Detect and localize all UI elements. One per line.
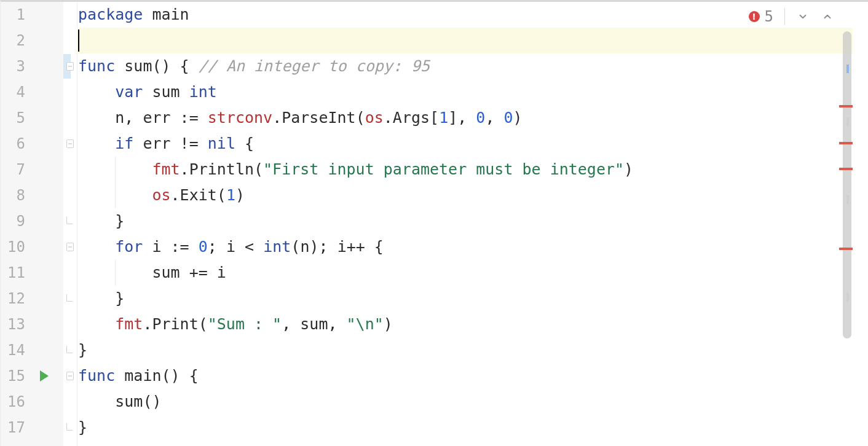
gutter-line[interactable]: 17 [1,415,63,440]
chevron-down-icon [797,11,808,22]
fold-collapse-icon[interactable] [66,372,74,380]
fold-collapse-icon[interactable] [66,243,74,251]
code-line[interactable]: sum() [77,389,853,415]
code-line[interactable]: os.Exit(1) [77,182,853,208]
gutter-line[interactable]: 13 [1,311,63,337]
gutter-line[interactable]: 12 [1,286,63,311]
gutter-line[interactable]: 15 [1,363,63,389]
code-line[interactable]: func sum() { // An integer to copy: 95 [77,53,853,79]
fold-end-icon[interactable] [66,294,73,302]
error-icon: ! [749,11,760,22]
next-occurrence-button[interactable] [796,10,810,23]
gutter-line[interactable]: 9 [1,208,63,234]
code-line[interactable]: func main() { [77,363,853,389]
code-line[interactable]: n, err := strconv.ParseInt(os.Args[1], 0… [77,105,853,131]
fold-gutter [63,2,77,446]
code-line[interactable]: } [77,208,853,234]
code-line[interactable]: fmt.Print("Sum : ", sum, "\n") [77,311,853,337]
code-line[interactable]: } [77,286,853,311]
code-line[interactable]: } [77,337,853,363]
gutter-line[interactable]: 2 [1,28,63,53]
code-area[interactable]: package main func sum() { // An integer … [63,2,853,446]
marker-weak[interactable] [846,195,849,204]
fold-end-icon[interactable] [66,423,73,431]
code-line[interactable]: var sum int [77,79,853,105]
scrollbar-thumb[interactable] [843,31,851,338]
marker-weak[interactable] [846,293,849,302]
marker-error[interactable] [839,142,853,144]
marker-error[interactable] [839,168,853,170]
code-lines[interactable]: package main func sum() { // An integer … [77,2,853,440]
marker-error[interactable] [839,105,853,108]
fold-end-icon[interactable] [66,217,73,224]
gutter-line[interactable]: 5 [1,105,63,131]
gutter-line[interactable]: 4 [1,79,63,105]
gutter-line[interactable]: 6 [1,131,63,157]
separator [784,8,785,25]
editor-root: 1 2 3 4 5 6 7 8 9 10 11 12 13 14 15 16 1… [0,0,868,446]
gutter-line[interactable]: 11 [1,260,63,286]
code-line[interactable]: sum += i [77,260,853,286]
chevron-up-icon [822,11,833,22]
run-gutter-icon[interactable] [40,370,49,381]
inspections-widget[interactable]: ! 5 [749,6,834,28]
previous-occurrence-button[interactable] [821,10,834,23]
gutter-line[interactable]: 1 [1,2,63,28]
text-caret [78,29,79,52]
gutter-line[interactable]: 7 [1,157,63,182]
error-stripe-track[interactable] [838,2,853,446]
code-line[interactable]: for i := 0; i < int(n); i++ { [77,234,853,260]
marker-info[interactable] [846,65,849,73]
marker-error[interactable] [839,248,853,250]
error-count: 5 [765,4,773,29]
gutter-line[interactable]: 8 [1,182,63,208]
code-line[interactable]: fmt.Println("First input parameter must … [77,157,853,182]
gutter-line[interactable]: 14 [1,337,63,363]
code-line[interactable]: if err != nil { [77,131,853,157]
line-number-gutter[interactable]: 1 2 3 4 5 6 7 8 9 10 11 12 13 14 15 16 1… [1,2,63,446]
code-line[interactable]: package main [77,2,853,28]
error-count-badge[interactable]: ! 5 [749,4,773,29]
code-line[interactable]: } [77,415,853,440]
gutter-line[interactable]: 3 [1,53,63,79]
gutter-line[interactable]: 10 [1,234,63,260]
marker-weak[interactable] [846,117,849,126]
fold-collapse-icon[interactable] [66,139,74,148]
gutter-line[interactable]: 16 [1,389,63,415]
fold-collapse-icon[interactable] [66,62,74,71]
code-line-current[interactable] [77,28,853,53]
fold-end-icon[interactable] [66,346,73,353]
